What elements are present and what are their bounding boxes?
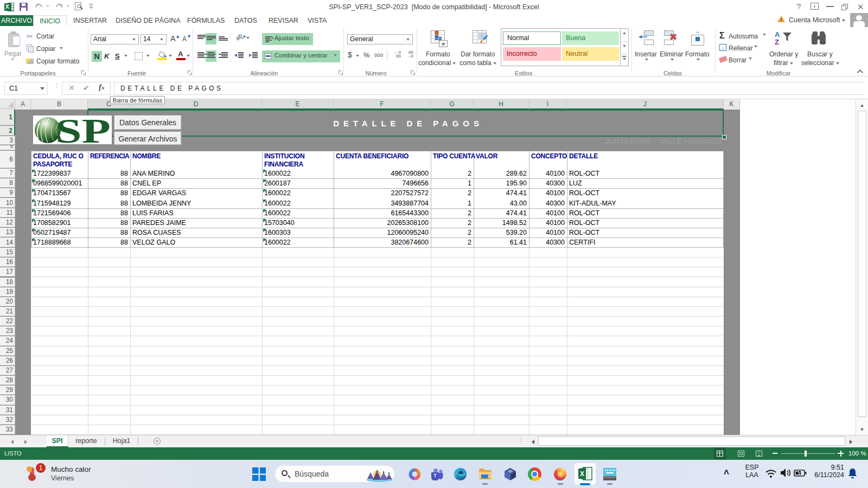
svg-text:T: T bbox=[433, 473, 437, 478]
svg-text:SP: SP bbox=[55, 115, 111, 144]
svg-text:X: X bbox=[580, 470, 584, 478]
